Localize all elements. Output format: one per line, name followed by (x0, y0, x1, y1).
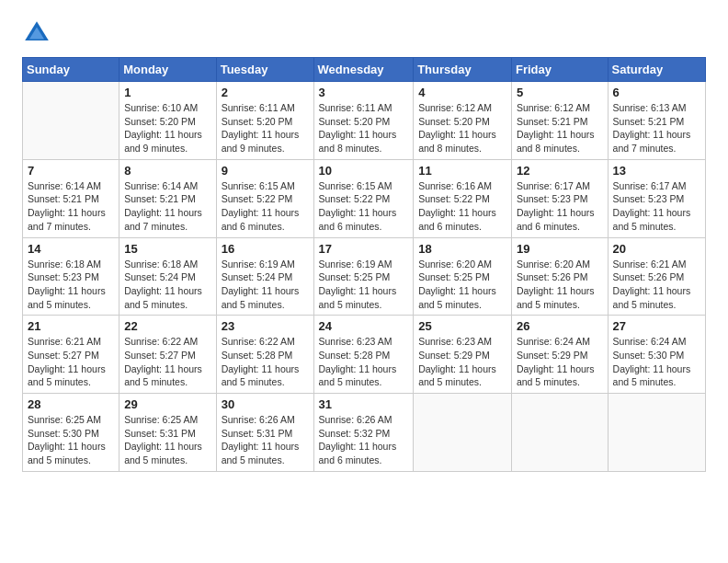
day-info: Sunrise: 6:25 AM Sunset: 5:30 PM Dayligh… (28, 413, 114, 467)
calendar-week-row: 21Sunrise: 6:21 AM Sunset: 5:27 PM Dayli… (23, 316, 706, 394)
day-number: 26 (517, 319, 603, 333)
day-info: Sunrise: 6:20 AM Sunset: 5:26 PM Dayligh… (517, 258, 603, 312)
calendar-cell: 19Sunrise: 6:20 AM Sunset: 5:26 PM Dayli… (511, 237, 608, 316)
calendar-cell: 16Sunrise: 6:19 AM Sunset: 5:24 PM Dayli… (216, 237, 313, 316)
calendar-cell: 24Sunrise: 6:23 AM Sunset: 5:28 PM Dayli… (313, 316, 414, 394)
calendar-cell: 20Sunrise: 6:21 AM Sunset: 5:26 PM Dayli… (608, 237, 705, 316)
day-number: 14 (28, 242, 114, 256)
day-number: 19 (517, 242, 603, 256)
day-info: Sunrise: 6:15 AM Sunset: 5:22 PM Dayligh… (319, 179, 409, 234)
calendar-cell: 15Sunrise: 6:18 AM Sunset: 5:24 PM Dayli… (119, 237, 216, 316)
day-info: Sunrise: 6:24 AM Sunset: 5:29 PM Dayligh… (517, 335, 603, 389)
calendar-cell: 30Sunrise: 6:26 AM Sunset: 5:31 PM Dayli… (216, 394, 313, 472)
day-number: 6 (613, 86, 700, 99)
calendar-cell: 29Sunrise: 6:25 AM Sunset: 5:31 PM Dayli… (119, 394, 216, 472)
calendar-cell: 11Sunrise: 6:16 AM Sunset: 5:22 PM Dayli… (414, 159, 512, 237)
day-number: 31 (319, 397, 409, 411)
day-number: 18 (418, 242, 506, 256)
day-info: Sunrise: 6:18 AM Sunset: 5:24 PM Dayligh… (124, 258, 210, 312)
calendar-cell: 27Sunrise: 6:24 AM Sunset: 5:30 PM Dayli… (608, 316, 705, 394)
day-info: Sunrise: 6:12 AM Sunset: 5:21 PM Dayligh… (517, 101, 603, 155)
weekday-header: Tuesday (216, 58, 313, 82)
calendar-cell: 7Sunrise: 6:14 AM Sunset: 5:21 PM Daylig… (23, 159, 119, 237)
calendar-cell: 23Sunrise: 6:22 AM Sunset: 5:28 PM Dayli… (216, 316, 313, 394)
day-info: Sunrise: 6:11 AM Sunset: 5:20 PM Dayligh… (319, 101, 409, 155)
calendar-cell (414, 394, 512, 472)
weekday-header: Monday (119, 58, 216, 82)
calendar-cell: 26Sunrise: 6:24 AM Sunset: 5:29 PM Dayli… (511, 316, 608, 394)
calendar-cell: 31Sunrise: 6:26 AM Sunset: 5:32 PM Dayli… (313, 394, 414, 472)
day-info: Sunrise: 6:24 AM Sunset: 5:30 PM Dayligh… (613, 335, 700, 389)
calendar-cell: 3Sunrise: 6:11 AM Sunset: 5:20 PM Daylig… (313, 82, 414, 160)
calendar-body: 1Sunrise: 6:10 AM Sunset: 5:20 PM Daylig… (23, 82, 706, 472)
day-number: 4 (418, 86, 506, 99)
weekday-header: Thursday (414, 58, 512, 82)
day-info: Sunrise: 6:18 AM Sunset: 5:23 PM Dayligh… (28, 258, 114, 312)
day-number: 7 (28, 164, 114, 178)
day-info: Sunrise: 6:15 AM Sunset: 5:22 PM Dayligh… (222, 179, 309, 234)
calendar-cell: 5Sunrise: 6:12 AM Sunset: 5:21 PM Daylig… (511, 82, 608, 160)
calendar-cell (608, 394, 705, 472)
day-number: 23 (222, 319, 309, 333)
calendar-cell: 18Sunrise: 6:20 AM Sunset: 5:25 PM Dayli… (414, 237, 512, 316)
calendar-cell: 21Sunrise: 6:21 AM Sunset: 5:27 PM Dayli… (23, 316, 119, 394)
header-row: SundayMondayTuesdayWednesdayThursdayFrid… (23, 58, 706, 82)
calendar-week-row: 1Sunrise: 6:10 AM Sunset: 5:20 PM Daylig… (23, 82, 706, 160)
calendar-cell: 14Sunrise: 6:18 AM Sunset: 5:23 PM Dayli… (23, 237, 119, 316)
day-number: 13 (613, 164, 700, 178)
day-info: Sunrise: 6:13 AM Sunset: 5:21 PM Dayligh… (613, 101, 700, 155)
day-info: Sunrise: 6:14 AM Sunset: 5:21 PM Dayligh… (28, 179, 114, 234)
calendar-cell: 12Sunrise: 6:17 AM Sunset: 5:23 PM Dayli… (511, 159, 608, 237)
calendar-cell: 4Sunrise: 6:12 AM Sunset: 5:20 PM Daylig… (414, 82, 512, 160)
day-number: 20 (613, 242, 700, 256)
day-info: Sunrise: 6:17 AM Sunset: 5:23 PM Dayligh… (613, 179, 700, 234)
header (22, 18, 706, 48)
calendar-cell: 9Sunrise: 6:15 AM Sunset: 5:22 PM Daylig… (216, 159, 313, 237)
calendar-cell: 22Sunrise: 6:22 AM Sunset: 5:27 PM Dayli… (119, 316, 216, 394)
calendar-cell: 25Sunrise: 6:23 AM Sunset: 5:29 PM Dayli… (414, 316, 512, 394)
day-number: 21 (28, 319, 114, 333)
calendar-table: SundayMondayTuesdayWednesdayThursdayFrid… (22, 57, 706, 472)
calendar-cell: 13Sunrise: 6:17 AM Sunset: 5:23 PM Dayli… (608, 159, 705, 237)
calendar-cell (511, 394, 608, 472)
weekday-header: Wednesday (313, 58, 414, 82)
calendar-cell: 17Sunrise: 6:19 AM Sunset: 5:25 PM Dayli… (313, 237, 414, 316)
day-number: 27 (613, 319, 700, 333)
weekday-header: Friday (511, 58, 608, 82)
logo (22, 18, 57, 48)
day-info: Sunrise: 6:23 AM Sunset: 5:29 PM Dayligh… (418, 335, 506, 389)
day-info: Sunrise: 6:11 AM Sunset: 5:20 PM Dayligh… (222, 101, 309, 155)
calendar-header: SundayMondayTuesdayWednesdayThursdayFrid… (23, 58, 706, 82)
weekday-header: Saturday (608, 58, 705, 82)
day-number: 1 (124, 86, 210, 99)
day-number: 2 (222, 86, 309, 99)
day-number: 11 (418, 164, 506, 178)
day-info: Sunrise: 6:21 AM Sunset: 5:27 PM Dayligh… (28, 335, 114, 389)
calendar-cell: 8Sunrise: 6:14 AM Sunset: 5:21 PM Daylig… (119, 159, 216, 237)
day-info: Sunrise: 6:19 AM Sunset: 5:25 PM Dayligh… (319, 258, 409, 312)
day-number: 5 (517, 86, 603, 99)
day-info: Sunrise: 6:17 AM Sunset: 5:23 PM Dayligh… (517, 179, 603, 234)
day-number: 30 (222, 397, 309, 411)
day-number: 10 (319, 164, 409, 178)
day-info: Sunrise: 6:23 AM Sunset: 5:28 PM Dayligh… (319, 335, 409, 389)
day-info: Sunrise: 6:22 AM Sunset: 5:27 PM Dayligh… (124, 335, 210, 389)
calendar-cell: 28Sunrise: 6:25 AM Sunset: 5:30 PM Dayli… (23, 394, 119, 472)
day-info: Sunrise: 6:10 AM Sunset: 5:20 PM Dayligh… (124, 101, 210, 155)
weekday-header: Sunday (23, 58, 119, 82)
day-number: 29 (124, 397, 210, 411)
calendar-cell: 2Sunrise: 6:11 AM Sunset: 5:20 PM Daylig… (216, 82, 313, 160)
day-info: Sunrise: 6:22 AM Sunset: 5:28 PM Dayligh… (222, 335, 309, 389)
day-number: 16 (222, 242, 309, 256)
day-info: Sunrise: 6:25 AM Sunset: 5:31 PM Dayligh… (124, 413, 210, 467)
calendar-cell: 10Sunrise: 6:15 AM Sunset: 5:22 PM Dayli… (313, 159, 414, 237)
day-number: 8 (124, 164, 210, 178)
day-number: 15 (124, 242, 210, 256)
day-number: 12 (517, 164, 603, 178)
day-number: 28 (28, 397, 114, 411)
day-number: 22 (124, 319, 210, 333)
calendar-week-row: 14Sunrise: 6:18 AM Sunset: 5:23 PM Dayli… (23, 237, 706, 316)
day-number: 3 (319, 86, 409, 99)
day-number: 24 (319, 319, 409, 333)
calendar-week-row: 28Sunrise: 6:25 AM Sunset: 5:30 PM Dayli… (23, 394, 706, 472)
